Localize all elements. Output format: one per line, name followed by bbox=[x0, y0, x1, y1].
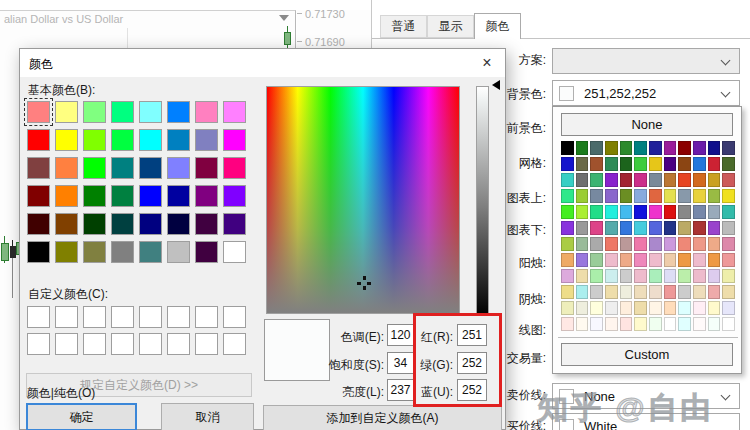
basic-color-swatch[interactable] bbox=[223, 101, 246, 123]
palette-swatch[interactable] bbox=[722, 189, 735, 203]
palette-swatch[interactable] bbox=[664, 189, 677, 203]
basic-color-swatch[interactable] bbox=[83, 129, 106, 151]
palette-swatch[interactable] bbox=[678, 173, 691, 187]
palette-swatch[interactable] bbox=[708, 173, 721, 187]
palette-swatch[interactable] bbox=[693, 317, 706, 331]
palette-swatch[interactable] bbox=[664, 221, 677, 235]
palette-swatch[interactable] bbox=[605, 253, 618, 267]
basic-color-swatch[interactable] bbox=[27, 213, 50, 235]
basic-color-swatch[interactable] bbox=[167, 241, 190, 263]
palette-swatch[interactable] bbox=[590, 221, 603, 235]
basic-color-swatch[interactable] bbox=[167, 157, 190, 179]
palette-swatch[interactable] bbox=[708, 285, 721, 299]
palette-swatch[interactable] bbox=[678, 205, 691, 219]
palette-swatch[interactable] bbox=[634, 173, 647, 187]
basic-color-swatch[interactable] bbox=[195, 241, 218, 263]
palette-swatch[interactable] bbox=[649, 173, 662, 187]
saturation-input[interactable] bbox=[387, 352, 414, 374]
basic-color-swatch[interactable] bbox=[195, 157, 218, 179]
palette-swatch[interactable] bbox=[590, 141, 603, 155]
palette-swatch[interactable] bbox=[634, 269, 647, 283]
basic-color-swatch[interactable] bbox=[139, 185, 162, 207]
custom-color-swatch[interactable] bbox=[111, 333, 134, 355]
palette-swatch[interactable] bbox=[605, 189, 618, 203]
palette-swatch[interactable] bbox=[605, 205, 618, 219]
palette-swatch[interactable] bbox=[605, 237, 618, 251]
custom-color-swatch[interactable] bbox=[195, 306, 218, 328]
palette-swatch[interactable] bbox=[590, 189, 603, 203]
none-button[interactable]: None bbox=[561, 113, 733, 136]
basic-color-swatch[interactable] bbox=[55, 129, 78, 151]
palette-swatch[interactable] bbox=[576, 173, 589, 187]
palette-swatch[interactable] bbox=[561, 285, 574, 299]
custom-color-swatch[interactable] bbox=[223, 333, 246, 355]
palette-swatch[interactable] bbox=[634, 141, 647, 155]
palette-swatch[interactable] bbox=[620, 189, 633, 203]
palette-swatch[interactable] bbox=[590, 301, 603, 315]
custom-color-swatch[interactable] bbox=[139, 306, 162, 328]
palette-swatch[interactable] bbox=[693, 301, 706, 315]
basic-color-swatch[interactable] bbox=[139, 213, 162, 235]
palette-swatch[interactable] bbox=[708, 205, 721, 219]
palette-swatch[interactable] bbox=[605, 301, 618, 315]
palette-swatch[interactable] bbox=[693, 205, 706, 219]
palette-swatch[interactable] bbox=[649, 285, 662, 299]
custom-color-swatch[interactable] bbox=[27, 306, 50, 328]
palette-swatch[interactable] bbox=[693, 173, 706, 187]
palette-swatch[interactable] bbox=[576, 253, 589, 267]
palette-swatch[interactable] bbox=[722, 157, 735, 171]
cancel-button[interactable]: 取消 bbox=[161, 403, 254, 430]
palette-swatch[interactable] bbox=[649, 253, 662, 267]
palette-swatch[interactable] bbox=[722, 173, 735, 187]
basic-color-swatch[interactable] bbox=[111, 241, 134, 263]
palette-swatch[interactable] bbox=[664, 269, 677, 283]
basic-color-swatch[interactable] bbox=[223, 185, 246, 207]
palette-swatch[interactable] bbox=[634, 285, 647, 299]
palette-swatch[interactable] bbox=[664, 301, 677, 315]
custom-color-swatch[interactable] bbox=[167, 306, 190, 328]
basic-color-swatch[interactable] bbox=[27, 185, 50, 207]
palette-swatch[interactable] bbox=[722, 253, 735, 267]
palette-swatch[interactable] bbox=[722, 221, 735, 235]
palette-swatch[interactable] bbox=[649, 237, 662, 251]
palette-swatch[interactable] bbox=[693, 141, 706, 155]
basic-color-swatch[interactable] bbox=[167, 185, 190, 207]
palette-swatch[interactable] bbox=[620, 205, 633, 219]
palette-swatch[interactable] bbox=[678, 285, 691, 299]
tab-show[interactable]: 显示 bbox=[427, 15, 474, 38]
tab-colors[interactable]: 颜色 bbox=[474, 13, 521, 39]
palette-swatch[interactable] bbox=[722, 317, 735, 331]
palette-swatch[interactable] bbox=[605, 141, 618, 155]
palette-swatch[interactable] bbox=[576, 237, 589, 251]
palette-swatch[interactable] bbox=[561, 141, 574, 155]
palette-swatch[interactable] bbox=[605, 221, 618, 235]
basic-color-swatch[interactable] bbox=[223, 213, 246, 235]
basic-color-swatch[interactable] bbox=[139, 101, 162, 123]
ok-button[interactable]: 确定 bbox=[26, 403, 137, 430]
palette-swatch[interactable] bbox=[561, 317, 574, 331]
palette-swatch[interactable] bbox=[664, 237, 677, 251]
palette-swatch[interactable] bbox=[722, 285, 735, 299]
basic-color-swatch[interactable] bbox=[223, 129, 246, 151]
custom-color-swatch[interactable] bbox=[83, 306, 106, 328]
basic-color-swatch[interactable] bbox=[55, 241, 78, 263]
basic-color-swatch[interactable] bbox=[167, 129, 190, 151]
palette-swatch[interactable] bbox=[576, 141, 589, 155]
palette-swatch[interactable] bbox=[590, 173, 603, 187]
palette-swatch[interactable] bbox=[678, 317, 691, 331]
palette-swatch[interactable] bbox=[620, 141, 633, 155]
basic-color-swatch[interactable] bbox=[111, 213, 134, 235]
palette-swatch[interactable] bbox=[693, 157, 706, 171]
palette-swatch[interactable] bbox=[561, 269, 574, 283]
palette-swatch[interactable] bbox=[664, 157, 677, 171]
palette-swatch[interactable] bbox=[590, 253, 603, 267]
palette-swatch[interactable] bbox=[634, 189, 647, 203]
palette-swatch[interactable] bbox=[634, 157, 647, 171]
palette-swatch[interactable] bbox=[693, 237, 706, 251]
basic-color-swatch[interactable] bbox=[139, 241, 162, 263]
palette-swatch[interactable] bbox=[649, 269, 662, 283]
palette-swatch[interactable] bbox=[605, 285, 618, 299]
palette-swatch[interactable] bbox=[708, 157, 721, 171]
palette-swatch[interactable] bbox=[693, 221, 706, 235]
basic-color-swatch[interactable] bbox=[27, 129, 50, 151]
